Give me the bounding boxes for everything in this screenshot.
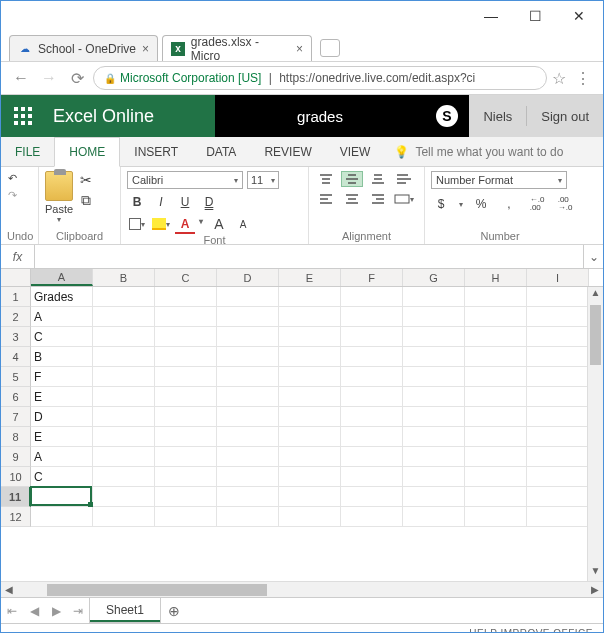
- new-tab-button[interactable]: [320, 39, 340, 57]
- cell[interactable]: F: [31, 367, 93, 387]
- cell[interactable]: [403, 327, 465, 347]
- cell[interactable]: [279, 507, 341, 527]
- shrink-font-button[interactable]: A: [233, 215, 253, 233]
- cell[interactable]: [93, 447, 155, 467]
- cell[interactable]: [31, 487, 93, 507]
- cell[interactable]: [217, 427, 279, 447]
- tab-file[interactable]: FILE: [1, 137, 54, 166]
- cell[interactable]: [527, 347, 589, 367]
- horizontal-scrollbar[interactable]: ◀ ▶: [1, 581, 603, 597]
- browser-menu-icon[interactable]: ⋮: [571, 69, 595, 88]
- cell[interactable]: [465, 487, 527, 507]
- cell[interactable]: [403, 427, 465, 447]
- column-header[interactable]: A: [31, 269, 93, 286]
- cell[interactable]: [155, 507, 217, 527]
- last-sheet-button[interactable]: ⇥: [67, 604, 89, 618]
- cell[interactable]: [155, 427, 217, 447]
- cell[interactable]: [465, 287, 527, 307]
- user-name[interactable]: Niels: [469, 109, 526, 124]
- cell[interactable]: [155, 307, 217, 327]
- cell[interactable]: [155, 447, 217, 467]
- scroll-up-icon[interactable]: ▲: [588, 287, 603, 303]
- signout-link[interactable]: Sign out: [527, 109, 603, 124]
- cell[interactable]: [93, 327, 155, 347]
- merge-button[interactable]: ▾: [393, 191, 415, 207]
- tab-view[interactable]: VIEW: [326, 137, 385, 166]
- cell[interactable]: [403, 287, 465, 307]
- cell[interactable]: [403, 307, 465, 327]
- column-header[interactable]: F: [341, 269, 403, 286]
- vertical-scrollbar[interactable]: ▲ ▼: [587, 287, 603, 581]
- cell[interactable]: [403, 467, 465, 487]
- cell[interactable]: E: [31, 427, 93, 447]
- cell[interactable]: A: [31, 447, 93, 467]
- browser-tab-grades[interactable]: x grades.xlsx - Micro ×: [162, 35, 312, 61]
- help-improve-link[interactable]: HELP IMPROVE OFFICE: [469, 628, 593, 633]
- row-header[interactable]: 1: [1, 287, 31, 307]
- address-bar[interactable]: 🔒 Microsoft Corporation [US] | https://o…: [93, 66, 547, 90]
- cell[interactable]: [403, 487, 465, 507]
- row-header[interactable]: 4: [1, 347, 31, 367]
- formula-input[interactable]: [35, 245, 583, 268]
- close-tab-icon[interactable]: ×: [142, 42, 149, 56]
- maximize-button[interactable]: ☐: [513, 2, 557, 30]
- cell[interactable]: C: [31, 467, 93, 487]
- cell[interactable]: [217, 467, 279, 487]
- row-header[interactable]: 3: [1, 327, 31, 347]
- tab-review[interactable]: REVIEW: [250, 137, 325, 166]
- cell[interactable]: [279, 387, 341, 407]
- add-sheet-button[interactable]: ⊕: [161, 603, 187, 619]
- cell[interactable]: [403, 407, 465, 427]
- row-header[interactable]: 9: [1, 447, 31, 467]
- cell[interactable]: [279, 447, 341, 467]
- cell[interactable]: [217, 307, 279, 327]
- bookmark-star-icon[interactable]: ☆: [547, 69, 571, 88]
- forward-button[interactable]: →: [37, 66, 61, 90]
- cell[interactable]: [279, 307, 341, 327]
- cell[interactable]: [93, 427, 155, 447]
- copy-button[interactable]: ⧉: [79, 191, 93, 210]
- cell[interactable]: [527, 407, 589, 427]
- cell[interactable]: [341, 347, 403, 367]
- cell[interactable]: [93, 347, 155, 367]
- cell[interactable]: [217, 367, 279, 387]
- cell[interactable]: [527, 307, 589, 327]
- column-header[interactable]: E: [279, 269, 341, 286]
- sheet-tab-sheet1[interactable]: Sheet1: [89, 598, 161, 623]
- reload-button[interactable]: ⟳: [65, 66, 89, 90]
- cell[interactable]: [465, 307, 527, 327]
- tab-insert[interactable]: INSERT: [120, 137, 192, 166]
- cell[interactable]: [403, 447, 465, 467]
- cell[interactable]: [217, 327, 279, 347]
- cell[interactable]: [465, 447, 527, 467]
- column-header[interactable]: G: [403, 269, 465, 286]
- cell[interactable]: [155, 387, 217, 407]
- cell[interactable]: D: [31, 407, 93, 427]
- cell[interactable]: C: [31, 327, 93, 347]
- scroll-down-icon[interactable]: ▼: [588, 565, 603, 581]
- decrease-decimal-button[interactable]: .00 →.0: [555, 195, 575, 213]
- cell[interactable]: [279, 287, 341, 307]
- cell[interactable]: [403, 387, 465, 407]
- cut-button[interactable]: ✂: [79, 171, 93, 189]
- cell[interactable]: [93, 467, 155, 487]
- scroll-thumb[interactable]: [47, 584, 267, 596]
- number-format-combo[interactable]: Number Format▾: [431, 171, 567, 189]
- cell[interactable]: [93, 367, 155, 387]
- cell[interactable]: [403, 347, 465, 367]
- column-header[interactable]: D: [217, 269, 279, 286]
- paste-button[interactable]: Paste ▾: [45, 171, 73, 224]
- cell[interactable]: [93, 507, 155, 527]
- cell[interactable]: [527, 427, 589, 447]
- row-header[interactable]: 8: [1, 427, 31, 447]
- undo-button[interactable]: ↶: [7, 171, 18, 186]
- scroll-thumb[interactable]: [590, 305, 601, 365]
- cell[interactable]: [155, 367, 217, 387]
- row-header[interactable]: 11: [1, 487, 31, 507]
- column-headers[interactable]: ABCDEFGHI: [31, 269, 603, 287]
- cell[interactable]: [527, 327, 589, 347]
- underline-button[interactable]: U: [175, 193, 195, 211]
- cell[interactable]: [155, 467, 217, 487]
- expand-formula-bar-icon[interactable]: ⌄: [583, 245, 603, 268]
- cell[interactable]: [527, 507, 589, 527]
